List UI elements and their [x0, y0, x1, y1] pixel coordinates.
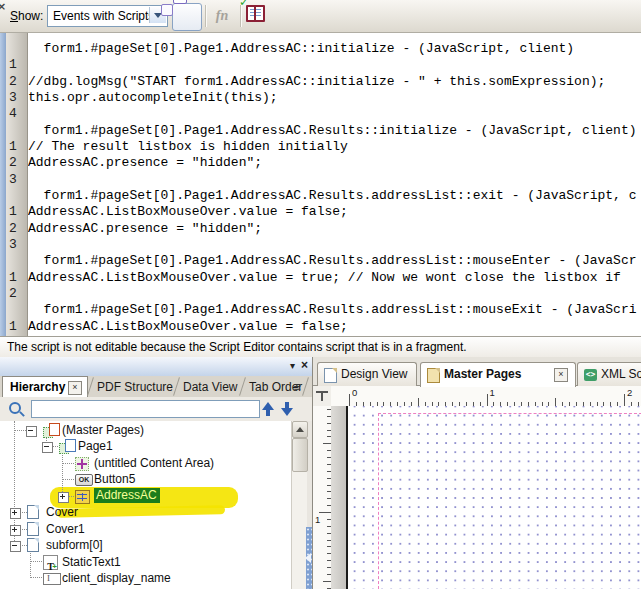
script-code-line: [28, 237, 641, 253]
tree-item-label: Cover: [46, 505, 78, 519]
search-input[interactable]: [31, 400, 260, 418]
palette-menu-icon[interactable]: ▾: [290, 360, 295, 371]
tree-item-label: Button5: [94, 472, 135, 486]
tab-data-view[interactable]: Data View: [183, 380, 237, 394]
gutter-line-number: 3: [9, 90, 27, 106]
tree-item-label: Page1: [78, 439, 113, 453]
script-code-line: AddressAC.presence = "hidden";: [28, 221, 641, 237]
ruler-tick: [319, 512, 331, 513]
page-white-icon: [324, 368, 337, 383]
tab-master-pages[interactable]: Master Pages ×: [420, 362, 576, 387]
ruler-tick: [323, 443, 331, 444]
tree-item--master-pages-[interactable]: (Master Pages): [0, 422, 291, 439]
page-icon: [27, 522, 39, 536]
tree-item-label: (untitled Content Area): [94, 456, 214, 470]
gutter-line-number: 3: [9, 237, 27, 253]
tree-item-client-display-name[interactable]: Iclient_display_name: [0, 570, 291, 587]
tree-item-addressac[interactable]: AddressAC: [0, 488, 291, 505]
content-area-guide-horizontal: [378, 413, 641, 414]
hierarchy-tree[interactable]: (Master Pages)Page1(untitled Content Are…: [0, 421, 291, 589]
show-label-rest: how:: [18, 9, 43, 23]
find-next-icon[interactable]: [281, 408, 293, 416]
search-icon: [9, 402, 21, 414]
ruler-tick: [555, 398, 556, 406]
insert-function-button[interactable]: fn: [209, 5, 235, 27]
show-events-dropdown[interactable]: Events with Scripts: [47, 5, 168, 27]
tab-close-icon[interactable]: ×: [68, 381, 82, 395]
palette-close-icon[interactable]: ×: [301, 358, 308, 372]
tab-close-icon[interactable]: ×: [554, 368, 568, 382]
collapse-icon[interactable]: [42, 442, 53, 453]
tab-hierarchy-label: Hierarchy: [10, 380, 65, 394]
palette-close-icon[interactable]: ×: [0, 0, 6, 13]
script-editor-toolbar: × Show: Events with Scripts fn ✓: [0, 0, 641, 33]
tab-overflow-icon[interactable]: ≡: [293, 381, 301, 392]
ruler-tick: [349, 394, 350, 406]
expand-icon[interactable]: [58, 492, 69, 503]
ruler-tick: [487, 394, 488, 406]
tree-item-label: client_display_name: [62, 571, 171, 585]
ruler-tick: [624, 394, 625, 406]
outside-page-strip: [331, 406, 346, 589]
gutter-line-number: 4: [9, 106, 27, 122]
ruler-tick: [323, 581, 331, 582]
ruler-tick: [418, 398, 419, 406]
find-previous-icon[interactable]: [262, 402, 274, 410]
gutter-line-number: 1: [9, 270, 27, 286]
vertical-ruler: 1: [313, 406, 332, 589]
tree-item-cover1[interactable]: Cover1: [0, 521, 291, 538]
gutter-line-number: 1: [9, 57, 27, 73]
check-script-syntax-button[interactable]: ✓: [246, 5, 272, 29]
script-code-area[interactable]: form1.#pageSet[0].Page1.AddressAC::initi…: [28, 33, 641, 336]
script-event-header: form1.#pageSet[0].Page1.AddressAC.Result…: [28, 188, 641, 204]
tree-item--untitled-content-area-[interactable]: (untitled Content Area): [0, 455, 291, 472]
line-number-gutter: 1234123123121: [6, 33, 28, 336]
tab-design-view[interactable]: Design View: [317, 362, 417, 386]
ruler-number: 1: [490, 387, 495, 398]
tab-divider: [239, 377, 246, 395]
script-code-line: [28, 57, 641, 73]
scroll-up-icon[interactable]: [292, 421, 308, 438]
horizontal-ruler: 012: [331, 386, 641, 407]
tree-item-statictext1[interactable]: T+StaticText1: [0, 554, 291, 571]
script-event-header: form1.#pageSet[0].Page1.AddressAC.Result…: [28, 253, 641, 269]
page-icon: [27, 505, 39, 519]
script-event-header: form1.#pageSet[0].Page1.AddressAC::initi…: [28, 41, 641, 57]
ruler-origin-box: [313, 386, 332, 407]
tab-divider: [302, 377, 309, 395]
page-icon: [27, 538, 39, 552]
tree-scrollbar[interactable]: [291, 421, 307, 589]
script-code-line: [28, 286, 641, 302]
tab-hierarchy[interactable]: Hierarchy ×: [2, 376, 88, 398]
gutter-line-number: 1: [9, 319, 27, 335]
ruler-number: 1: [315, 514, 320, 525]
page-canvas[interactable]: [331, 406, 641, 589]
tab-xml-source[interactable]: <> XML Source: [577, 362, 641, 386]
tab-pdf-structure[interactable]: PDF Structure: [97, 380, 173, 394]
tree-item-label: (Master Pages): [62, 423, 144, 437]
tree-item-cover[interactable]: Cover: [0, 504, 291, 521]
expand-icon[interactable]: [10, 508, 21, 519]
insert-script-object-button[interactable]: [172, 3, 202, 31]
text-field-icon: I: [43, 573, 61, 585]
scrollbar-thumb[interactable]: [292, 438, 308, 472]
expand-icon[interactable]: [10, 525, 21, 536]
static-text-icon: T+: [43, 555, 58, 570]
collapse-icon[interactable]: [10, 541, 21, 552]
script-code-line: AddressAC.presence = "hidden";: [28, 155, 641, 171]
toolbar-separator: [205, 5, 206, 27]
ok-button-icon: OK: [75, 474, 93, 486]
script-code-line: AddressAC.ListBoxMouseOver.value = true;…: [28, 270, 641, 286]
script-code-line: AddressAC.ListBoxMouseOver.value = false…: [28, 319, 641, 335]
ruler-number: 0: [352, 387, 357, 398]
tree-item-page1[interactable]: Page1: [0, 438, 291, 455]
gutter-line-number: 1: [9, 139, 27, 155]
script-code-line: [28, 172, 641, 188]
tree-item-button5[interactable]: OKButton5: [0, 471, 291, 488]
tab-master-pages-label: Master Pages: [444, 367, 521, 381]
show-label: Show:: [10, 9, 43, 23]
tree-item-subform-0-[interactable]: subform[0]: [0, 537, 291, 554]
collapse-icon[interactable]: [26, 426, 37, 437]
script-event-header: form1.#pageSet[0].Page1.AddressAC.Result…: [28, 302, 641, 318]
tree-item-label: subform[0]: [46, 538, 103, 552]
